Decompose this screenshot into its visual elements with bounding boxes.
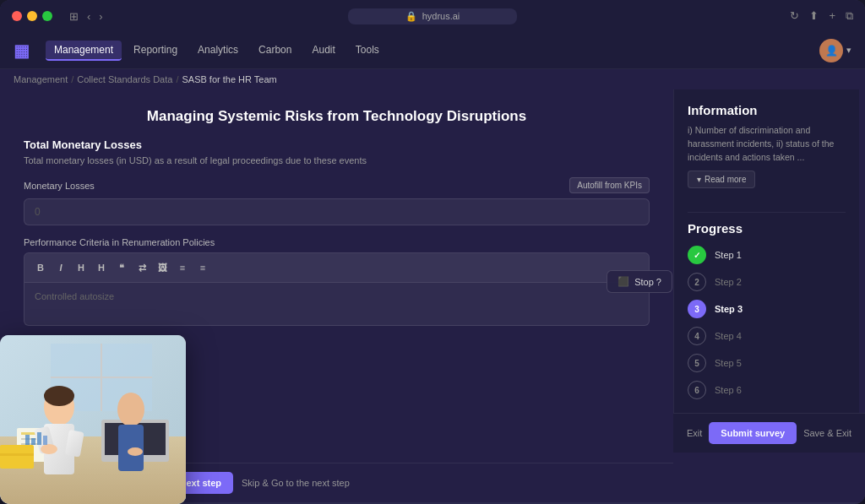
svg-rect-23	[31, 438, 35, 445]
step-5-circle: 5	[688, 354, 706, 372]
titlebar-icons: ⊞ ‹ ›	[69, 10, 103, 23]
quote-button[interactable]: ❝	[112, 258, 131, 277]
criteria-label: Performance Criteria in Renumeration Pol…	[24, 237, 650, 247]
step-6: 6 Step 6	[688, 381, 846, 399]
svg-point-16	[117, 393, 144, 426]
traffic-lights	[12, 11, 52, 21]
mac-window: ⊞ ‹ › 🔒 hydrus.ai ↻ ⬆ + ⧉ ▦ Management R…	[0, 0, 865, 504]
autofill-button[interactable]: Autofill from KPIs	[569, 177, 650, 193]
link-button[interactable]: ⇄	[133, 258, 151, 277]
share-icon[interactable]: ⬆	[809, 9, 819, 23]
breadcrumb-sep2: /	[176, 74, 178, 84]
add-tab-icon[interactable]: +	[829, 9, 835, 23]
divider	[688, 212, 846, 213]
list-button[interactable]: ≡	[173, 258, 192, 277]
form-title: Managing Systemic Risks from Technology …	[24, 106, 650, 127]
minimize-button[interactable]	[27, 11, 37, 21]
section1-desc: Total monetary losses (in USD) as a resu…	[24, 154, 650, 167]
heading2-button[interactable]: H	[92, 258, 111, 277]
step-2-label: Step 2	[715, 277, 742, 287]
right-actions: Exit Submit survey Save & Exit	[673, 413, 865, 453]
step-5: 5 Step 5	[688, 354, 846, 372]
submit-survey-button[interactable]: Submit survey	[709, 422, 797, 444]
breadcrumb: Management / Collect Standards Data / SA…	[0, 69, 865, 89]
monetary-losses-label: Monetary Losses	[24, 181, 95, 191]
forward-icon[interactable]: ›	[99, 10, 102, 23]
nav-tools[interactable]: Tools	[347, 41, 388, 61]
step-4-label: Step 4	[715, 331, 742, 341]
right-panel: Information i) Number of discrimination …	[673, 89, 859, 413]
nav-management[interactable]: Management	[46, 41, 122, 61]
step-5-label: Step 5	[715, 358, 742, 368]
step-6-circle: 6	[688, 381, 706, 399]
info-title: Information	[688, 103, 846, 117]
monetary-losses-row: Monetary Losses Autofill from KPIs	[24, 177, 650, 193]
navbar: ▦ Management Reporting Analytics Carbon …	[0, 32, 865, 69]
nav-reporting[interactable]: Reporting	[125, 41, 186, 61]
skip-step-button[interactable]: Skip & Go to the next step	[242, 478, 350, 488]
step-4-circle: 4	[688, 327, 706, 345]
url-bar[interactable]: 🔒 hydrus.ai	[348, 8, 517, 24]
rich-editor: B I H H ❝ ⇄ 🖼 ≡ ≡ Controlled autosize	[24, 252, 650, 326]
nav-audit[interactable]: Audit	[303, 41, 343, 61]
heading-button[interactable]: H	[72, 258, 90, 277]
svg-point-18	[41, 444, 57, 454]
user-avatar: 👤	[819, 39, 843, 62]
step-3: 3 Step 3	[688, 300, 846, 318]
svg-point-15	[44, 386, 74, 406]
bold-button[interactable]: B	[31, 258, 50, 277]
image-button[interactable]: 🖼	[153, 258, 171, 277]
step-1-label: Step 1	[715, 250, 742, 260]
svg-rect-21	[0, 453, 34, 456]
ordered-list-button[interactable]: ≡	[193, 258, 212, 277]
right-panel-container: Information i) Number of discrimination …	[673, 89, 865, 502]
read-more-chevron: ▾	[697, 175, 701, 184]
step-2: 2 Step 2	[688, 273, 846, 291]
nav-carbon[interactable]: Carbon	[250, 41, 300, 61]
sidebar-icon: ⊞	[69, 10, 79, 23]
step-2-circle: 2	[688, 273, 706, 291]
user-avatar-wrap[interactable]: 👤 ▾	[819, 39, 851, 62]
progress-title: Progress	[688, 221, 846, 236]
url-text: hydrus.ai	[422, 11, 460, 21]
section1-title: Total Monetary Losses	[24, 138, 650, 151]
step-3-label: Step 3	[715, 304, 743, 314]
nav-logo[interactable]: ▦	[14, 41, 29, 61]
breadcrumb-sep1: /	[71, 74, 73, 84]
save-exit-button[interactable]: Save & Exit	[803, 428, 851, 438]
monetary-losses-input[interactable]	[24, 198, 650, 225]
refresh-icon[interactable]: ↻	[790, 9, 799, 23]
editor-toolbar: B I H H ❝ ⇄ 🖼 ≡ ≡	[24, 253, 649, 283]
svg-rect-20	[0, 445, 34, 469]
breadcrumb-collect[interactable]: Collect Standards Data	[77, 74, 172, 84]
maximize-button[interactable]	[42, 11, 52, 21]
close-button[interactable]	[12, 11, 22, 21]
step-6-label: Step 6	[715, 385, 742, 395]
step-4: 4 Step 4	[688, 327, 846, 345]
back-icon[interactable]: ‹	[87, 10, 90, 23]
step-3-circle: 3	[688, 300, 706, 318]
lock-icon: 🔒	[405, 11, 417, 22]
breadcrumb-management[interactable]: Management	[14, 74, 68, 84]
italic-button[interactable]: I	[52, 258, 70, 277]
photo-overlay	[0, 335, 186, 504]
editor-body[interactable]: Controlled autosize	[24, 283, 649, 325]
titlebar-right: ↻ ⬆ + ⧉	[790, 9, 853, 23]
step-1-circle: ✓	[688, 246, 706, 264]
svg-rect-25	[43, 436, 47, 445]
avatar-chevron: ▾	[846, 45, 851, 56]
svg-rect-17	[118, 425, 144, 471]
photo-placeholder	[0, 335, 186, 504]
step-list: ✓ Step 1 2 Step 2 3 Step 3 4	[688, 246, 846, 399]
stop-icon: ⬛	[617, 276, 629, 287]
read-more-button[interactable]: ▾ Read more	[688, 171, 755, 188]
stop-text: Stop ?	[634, 277, 661, 287]
svg-rect-24	[37, 432, 41, 445]
tabs-icon[interactable]: ⧉	[846, 9, 853, 23]
breadcrumb-current: SASB for the HR Team	[182, 74, 276, 84]
exit-button[interactable]: Exit	[687, 428, 702, 438]
nav-analytics[interactable]: Analytics	[189, 41, 247, 61]
nav-links: Management Reporting Analytics Carbon Au…	[46, 41, 819, 61]
info-text: i) Number of discrimination and harassme…	[688, 124, 846, 164]
read-more-label: Read more	[705, 175, 746, 184]
